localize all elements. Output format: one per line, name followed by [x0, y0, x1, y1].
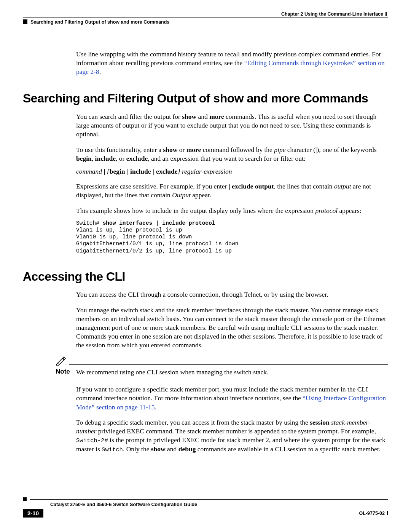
note-text: We recommend using one CLI session when … — [76, 368, 269, 377]
header-bar-icon — [386, 12, 387, 16]
intro-text-end: . — [99, 68, 101, 75]
footer-guide-title: Catalyst 3750-E and 3560-E Switch Softwa… — [23, 501, 388, 507]
section-label: Searching and Filtering Output of show a… — [30, 19, 169, 25]
footer-bar-icon — [387, 511, 388, 515]
heading-searching-filtering: Searching and Filtering Output of show a… — [23, 91, 388, 105]
s1-paragraph-3: Expressions are case sensitive. For exam… — [76, 182, 388, 200]
note-block: Note We recommend using one CLI session … — [56, 356, 388, 377]
footer-square-icon — [23, 497, 27, 501]
page-number: 2-10 — [23, 509, 43, 518]
s2-paragraph-2: You manage the switch stack and the stac… — [76, 306, 388, 350]
footer-doc-id: OL-9775-02 — [359, 511, 388, 516]
s2-paragraph-3: If you want to configure a specific stac… — [76, 385, 388, 411]
page-footer: Catalyst 3750-E and 3560-E Switch Softwa… — [23, 497, 388, 518]
header-square-icon — [23, 19, 27, 24]
code-block: Switch# show interfaces | include protoc… — [76, 220, 388, 254]
heading-accessing-cli: Accessing the CLI — [23, 270, 388, 284]
running-header-right: Chapter 2 Using the Command-Line Interfa… — [23, 11, 388, 17]
running-header-left: Searching and Filtering Output of show a… — [23, 18, 388, 27]
s2-paragraph-1: You can access the CLI through a console… — [76, 290, 388, 299]
chapter-label: Chapter 2 Using the Command-Line Interfa… — [281, 11, 383, 17]
s2-paragraph-4: To debug a specific stack member, you ca… — [76, 418, 388, 454]
intro-paragraph: Use line wrapping with the command histo… — [76, 50, 388, 76]
syntax-line: command | {begin | include | exclude} re… — [76, 168, 388, 176]
s1-paragraph-4: This example shows how to include in the… — [76, 206, 388, 215]
note-label: Note — [56, 368, 76, 377]
footer-rule — [30, 499, 388, 500]
note-pen-icon — [56, 356, 69, 366]
s1-paragraph-1: You can search and filter the output for… — [76, 112, 388, 139]
note-rule — [69, 364, 388, 365]
s1-paragraph-2: To use this functionality, enter a show … — [76, 145, 388, 163]
